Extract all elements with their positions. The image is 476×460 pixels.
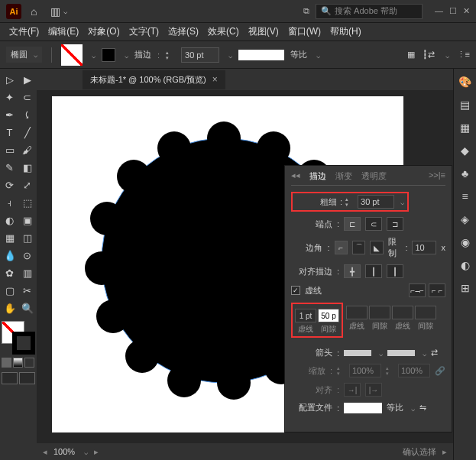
color-mode[interactable] bbox=[2, 358, 11, 368]
stroke-weight-chevron[interactable] bbox=[225, 50, 232, 60]
uniform-chevron[interactable] bbox=[313, 50, 320, 60]
menu-select[interactable]: 选择(S) bbox=[165, 24, 202, 40]
menu-object[interactable]: 对象(O) bbox=[85, 24, 122, 40]
dash1-input[interactable] bbox=[295, 309, 316, 322]
align-arrow-1[interactable]: →| bbox=[344, 383, 361, 397]
scale2-input[interactable] bbox=[398, 364, 430, 377]
symbols-panel-icon[interactable]: ◆ bbox=[458, 144, 472, 157]
align-outside[interactable]: ┃ bbox=[387, 264, 403, 278]
stroke-spin[interactable]: ▴▾ bbox=[166, 48, 175, 62]
gap3-input[interactable] bbox=[415, 306, 436, 319]
dashed-checkbox[interactable]: ✓ bbox=[291, 286, 300, 295]
panel-collapse-icon[interactable]: ◂◂ bbox=[291, 170, 300, 182]
stroke-panel-icon[interactable]: ♣ bbox=[458, 167, 472, 180]
color-panel-icon[interactable]: 🎨 bbox=[458, 75, 472, 89]
stroke-dropdown-chevron[interactable] bbox=[121, 50, 128, 60]
dash-align-icon[interactable]: ⌐ ⌐ bbox=[429, 283, 445, 297]
close-button[interactable]: ✕ bbox=[463, 6, 470, 16]
shape-builder-tool[interactable]: ◐ bbox=[2, 212, 18, 228]
dash2-input[interactable] bbox=[346, 306, 368, 319]
screen-mode-1[interactable] bbox=[2, 372, 18, 384]
menu-window[interactable]: 窗口(W) bbox=[285, 24, 324, 40]
scale-tool[interactable]: ⤢ bbox=[19, 177, 35, 193]
direct-selection-tool[interactable]: ▶ bbox=[19, 72, 35, 88]
rotate-tool[interactable]: ⟳ bbox=[2, 177, 18, 193]
dash-preserve-icon[interactable]: ⌐‒⌐ bbox=[409, 283, 426, 297]
weight-input[interactable] bbox=[358, 195, 394, 209]
line-tool[interactable]: ╱ bbox=[19, 125, 35, 141]
artboard-tool[interactable]: ▢ bbox=[2, 283, 18, 299]
gradient-mode[interactable] bbox=[13, 358, 23, 368]
menu-file[interactable]: 文件(F) bbox=[6, 24, 42, 40]
search-input[interactable]: 🔍 搜索 Adobe 帮助 bbox=[316, 4, 423, 19]
magic-wand-tool[interactable]: ✦ bbox=[2, 89, 18, 105]
home-icon[interactable]: ⌂ bbox=[31, 5, 37, 18]
zoom-tool[interactable]: 🔍 bbox=[19, 300, 35, 316]
document-tab[interactable]: 未标题-1* @ 100% (RGB/预览) × bbox=[83, 70, 225, 89]
menu-edit[interactable]: 编辑(E) bbox=[45, 24, 82, 40]
weight-spin[interactable]: ▴▾ bbox=[345, 195, 355, 209]
appearance-panel-icon[interactable]: ◉ bbox=[458, 235, 472, 249]
eraser-tool[interactable]: ◧ bbox=[19, 160, 35, 176]
panel-menu-icon[interactable]: >>|≡ bbox=[429, 170, 445, 182]
align-icon[interactable]: ▦ bbox=[407, 50, 415, 60]
layers-panel-icon[interactable]: ◈ bbox=[458, 212, 472, 226]
scale1-input[interactable] bbox=[349, 364, 381, 377]
tab-stroke[interactable]: 描边 bbox=[309, 170, 326, 182]
zoom-out-icon[interactable]: ◂ bbox=[43, 447, 47, 457]
corner-round[interactable]: ⌒ bbox=[352, 241, 365, 254]
perspective-tool[interactable]: ▣ bbox=[19, 212, 35, 228]
maximize-button[interactable]: ☐ bbox=[449, 6, 457, 16]
hand-tool[interactable]: ✋ bbox=[2, 300, 18, 316]
shaper-tool[interactable]: ✎ bbox=[2, 160, 18, 176]
gap2-input[interactable] bbox=[369, 306, 390, 319]
tab-close-icon[interactable]: × bbox=[212, 74, 218, 85]
pathfinder-panel-icon[interactable]: ⊞ bbox=[458, 281, 472, 295]
arrow-start[interactable] bbox=[344, 350, 371, 356]
link-scale-icon[interactable]: 🔗 bbox=[435, 366, 445, 376]
slice-tool[interactable]: ✂ bbox=[19, 283, 35, 299]
shape-dropdown[interactable]: 椭圆 bbox=[6, 47, 42, 63]
free-transform-tool[interactable]: ⬚ bbox=[19, 195, 35, 211]
rectangle-tool[interactable]: ▭ bbox=[2, 142, 18, 158]
graph-tool[interactable]: ▥ bbox=[19, 265, 35, 281]
tab-gradient[interactable]: 渐变 bbox=[335, 170, 352, 182]
corner-miter[interactable]: ⌐ bbox=[335, 241, 348, 254]
corner-bevel[interactable]: ◣ bbox=[370, 241, 383, 254]
lasso-tool[interactable]: ⊂ bbox=[19, 89, 35, 105]
stroke-profile[interactable] bbox=[238, 50, 284, 60]
weight-chevron[interactable] bbox=[397, 197, 404, 206]
dash3-input[interactable] bbox=[392, 306, 413, 319]
menu-effect[interactable]: 效果(C) bbox=[205, 24, 242, 40]
width-tool[interactable]: ⫞ bbox=[2, 195, 18, 211]
share-icon[interactable]: ⧉ bbox=[303, 6, 309, 16]
paintbrush-tool[interactable]: 🖌 bbox=[19, 142, 35, 158]
type-tool[interactable]: T bbox=[2, 125, 18, 141]
fill-dropdown-chevron[interactable] bbox=[89, 50, 96, 60]
symbol-tool[interactable]: ✿ bbox=[2, 265, 18, 281]
arrow-end[interactable] bbox=[387, 350, 415, 356]
brushes-panel-icon[interactable]: ▦ bbox=[458, 121, 472, 134]
swap-arrow-icon[interactable]: ⇄ bbox=[431, 348, 438, 358]
cap-butt[interactable]: ⊏ bbox=[344, 217, 361, 231]
menu-view[interactable]: 视图(V) bbox=[245, 24, 282, 40]
more-icon[interactable]: ⋮≡ bbox=[457, 50, 470, 60]
swatches-panel-icon[interactable]: ▤ bbox=[458, 98, 472, 112]
fill-stroke-control[interactable] bbox=[2, 321, 35, 355]
arrange-icon[interactable]: ┇⇄ bbox=[423, 50, 435, 60]
profile-preview[interactable] bbox=[344, 403, 382, 413]
curvature-tool[interactable]: ⤹ bbox=[19, 107, 35, 123]
none-mode[interactable] bbox=[24, 358, 34, 368]
stroke-swatch[interactable] bbox=[102, 48, 115, 62]
zoom-in-icon[interactable]: ▸ bbox=[94, 447, 99, 457]
stroke-weight-input[interactable] bbox=[181, 47, 219, 63]
flip-icon[interactable]: ⇋ bbox=[419, 403, 426, 413]
blend-tool[interactable]: ⊙ bbox=[19, 248, 35, 264]
fill-swatch[interactable] bbox=[61, 44, 83, 66]
gap1-input[interactable] bbox=[318, 309, 339, 322]
mesh-tool[interactable]: ▦ bbox=[2, 230, 18, 246]
menu-help[interactable]: 帮助(H) bbox=[327, 24, 364, 40]
align-arrow-2[interactable]: |→ bbox=[365, 383, 382, 397]
minimize-button[interactable]: — bbox=[435, 6, 443, 16]
tab-transparency[interactable]: 透明度 bbox=[361, 170, 387, 182]
